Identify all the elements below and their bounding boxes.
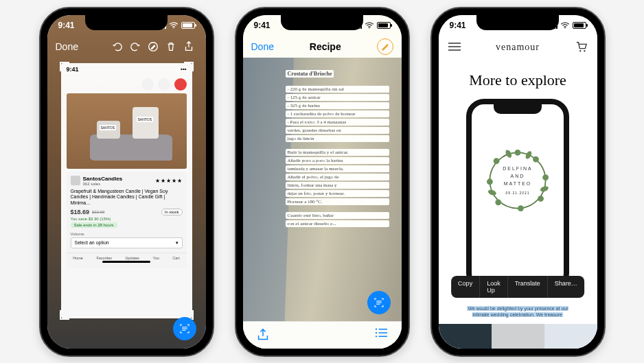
trash-icon[interactable] — [162, 38, 180, 56]
section-heading: More to explore — [439, 71, 597, 89]
page-content[interactable]: More to explore — [439, 59, 597, 349]
sale-badge: Sale ends in 28 hours — [71, 222, 117, 228]
recipe-line[interactable]: Batir la mantequilla y el azúcar. — [286, 149, 389, 156]
recipe-line[interactable]: con el azúcar disuelto e... — [286, 220, 389, 227]
ctx-share[interactable]: Share… — [548, 276, 584, 298]
svg-point-16 — [487, 178, 493, 185]
markup-icon[interactable] — [144, 38, 162, 56]
brand-logo[interactable]: venamour — [461, 42, 575, 53]
svg-point-2 — [369, 27, 369, 28]
share-icon[interactable] — [180, 38, 198, 56]
action-chip-icon[interactable] — [141, 78, 154, 91]
recipe-line[interactable]: - 125 g de azúcar — [286, 94, 389, 101]
notch — [85, 15, 168, 30]
tab-home[interactable]: Home — [73, 256, 83, 260]
menu-icon[interactable] — [448, 43, 461, 52]
recipe-title[interactable]: Crostata d'Brioche — [286, 70, 334, 78]
svg-point-3 — [375, 329, 376, 330]
ctx-translate[interactable]: Translate — [508, 276, 548, 298]
wifi-icon — [365, 22, 374, 29]
crop-handle-tl[interactable] — [60, 62, 69, 71]
markup-icon[interactable] — [377, 38, 393, 55]
crop-area[interactable]: 9:41 ••• SANTOS SANTOS SantosCandles — [61, 63, 192, 318]
tab-updates[interactable]: Updates — [126, 256, 140, 260]
home-indicator — [102, 261, 150, 263]
ctx-copy[interactable]: Copy — [451, 276, 480, 298]
recipe-line[interactable]: limón, formar una masa y — [286, 182, 389, 189]
live-text-button[interactable] — [367, 291, 391, 314]
shop-avatar[interactable] — [71, 176, 80, 185]
product-title: Grapefruit & Mangosteen Candle | Vegan S… — [71, 189, 183, 207]
notes-bottom-bar — [243, 321, 402, 349]
phone-screenshot-editor: 9:41 Done 9:41 ••• — [39, 7, 214, 357]
notebook-photo: Crostata d'Brioche - 220 g de mantequill… — [243, 58, 402, 321]
done-button[interactable]: Done — [251, 41, 274, 52]
svg-point-17 — [494, 158, 500, 164]
option-select[interactable]: Select an option ▾ — [71, 237, 183, 248]
recipe-line[interactable]: - 325 g de harina — [286, 102, 389, 109]
savings-text: You save $3.30 (15%) — [71, 217, 183, 221]
crop-handle-tr[interactable] — [184, 62, 194, 71]
rating: ★★★★★ — [155, 178, 183, 184]
shop-name[interactable]: SantosCandles — [83, 176, 123, 182]
share-icon[interactable] — [255, 327, 271, 342]
svg-point-19 — [525, 150, 533, 159]
done-button[interactable]: Done — [56, 41, 78, 52]
recipe-line[interactable]: tamizada y amasar la mezcla. — [286, 165, 389, 172]
list-icon[interactable] — [374, 327, 389, 342]
svg-point-13 — [538, 196, 544, 202]
notes-navbar: Done Recipe — [243, 36, 402, 58]
svg-point-15 — [495, 199, 501, 205]
redo-icon[interactable] — [126, 38, 144, 56]
recipe-line[interactable]: - 220 g de mantequilla sin sal — [286, 86, 389, 93]
wreath-illustration: DELFINA AND MATTEO 09.21.2021 — [481, 124, 554, 237]
text-context-menu: Copy Look Up Translate Share… — [451, 276, 584, 298]
battery-icon — [181, 22, 195, 29]
tab-favorites[interactable]: Favorites — [96, 256, 112, 260]
svg-point-14 — [518, 205, 524, 211]
product-action-row — [61, 75, 192, 92]
live-text-button[interactable] — [173, 317, 196, 340]
notes-block[interactable]: Cuando esté listo, bañar con el azúcar d… — [286, 212, 389, 227]
selected-text[interactable]: We would be delighted by your presence a… — [463, 305, 573, 318]
bottom-tabbar: Home Favorites Updates You Cart — [67, 253, 187, 261]
battery-icon — [377, 22, 391, 29]
undo-icon[interactable] — [108, 38, 126, 56]
product-photo: SANTOS SANTOS — [67, 93, 187, 169]
phone-safari: 9:41 venamour.com venamour More to explo… — [430, 7, 606, 357]
ctx-lookup[interactable]: Look Up — [480, 276, 508, 298]
recipe-line[interactable]: Cuando esté listo, bañar — [286, 212, 389, 219]
recipe-line[interactable]: Hornear a 180 °C. — [286, 198, 389, 205]
footer-strips — [439, 324, 597, 349]
svg-point-8 — [584, 50, 585, 51]
svg-point-10 — [515, 149, 521, 155]
steps-block[interactable]: Batir la mantequilla y el azúcar. Añadir… — [286, 149, 389, 205]
recipe-line[interactable]: - Para el tocto: 3 a 4 manzanas — [286, 119, 389, 126]
inner-status-bar: 9:41 ••• — [61, 63, 192, 75]
note-title: Recipe — [274, 41, 377, 52]
artwork-frame: DELFINA AND MATTEO 09.21.2021 — [455, 99, 581, 291]
recipe-line[interactable]: Añadir el polvo, el jugo de — [286, 174, 389, 180]
cart-icon[interactable] — [575, 41, 588, 54]
share-chip-icon[interactable] — [158, 78, 170, 91]
recipe-line[interactable]: - 1 cucharadita de polvo de hornear — [286, 110, 389, 117]
invitation-date: 09.21.2021 — [503, 190, 533, 196]
tab-cart[interactable]: Cart — [172, 256, 179, 260]
recipe-line[interactable]: jugo de limón — [286, 135, 389, 142]
price: $18.69 — [71, 209, 90, 215]
crop-handle-bl[interactable] — [60, 310, 69, 320]
svg-point-5 — [375, 336, 376, 337]
recipe-line[interactable]: Añadir poco a poco la harina — [286, 157, 389, 164]
recipe-line[interactable]: verdes, grandes disueltas en — [286, 127, 389, 134]
wifi-icon — [169, 22, 179, 29]
ingredients-block[interactable]: - 220 g de mantequilla sin sal - 125 g d… — [286, 86, 389, 142]
chevron-down-icon: ▾ — [176, 240, 179, 246]
notch — [281, 15, 363, 30]
tab-you[interactable]: You — [153, 256, 159, 260]
phone-notes-recipe: 9:41 Done Recipe Crostata d'Brioche — [235, 7, 410, 357]
favorite-heart-icon[interactable] — [174, 78, 187, 91]
shop-sales: 362 sales — [83, 182, 123, 186]
recipe-line[interactable]: dejar en frío. poner y hornear. — [286, 190, 389, 197]
site-header: venamour — [439, 36, 597, 59]
artwork-phone-mock: DELFINA AND MATTEO 09.21.2021 — [466, 99, 569, 291]
